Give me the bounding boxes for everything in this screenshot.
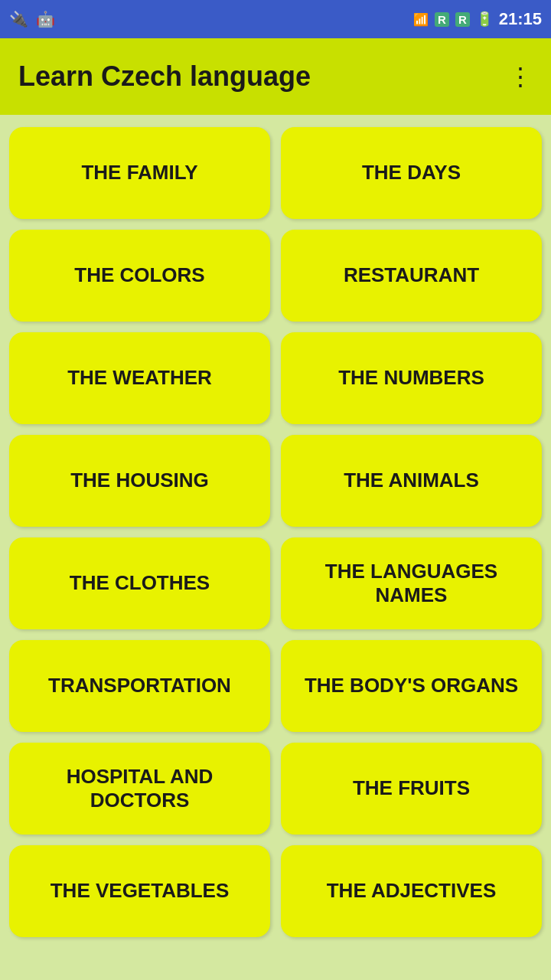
category-btn-1[interactable]: THE FAMILY xyxy=(9,127,270,219)
android-icon: 🤖 xyxy=(36,10,55,28)
category-btn-8[interactable]: THE ANIMALS xyxy=(281,435,542,527)
category-btn-9[interactable]: THE CLOTHES xyxy=(9,537,270,629)
battery-icon: 🔋 xyxy=(476,11,493,28)
category-btn-3[interactable]: THE COLORS xyxy=(9,230,270,322)
status-time: 21:15 xyxy=(499,9,542,29)
category-btn-13[interactable]: HOSPITAL AND DOCTORS xyxy=(9,743,270,835)
wifi-icon: 📶 xyxy=(413,12,429,27)
category-btn-6[interactable]: THE NUMBERS xyxy=(281,332,542,424)
category-btn-11[interactable]: TRANSPORTATION xyxy=(9,640,270,732)
usb-icon: 🔌 xyxy=(9,10,28,28)
app-title: Learn Czech language xyxy=(18,60,311,93)
app-header: Learn Czech language ⋮ xyxy=(0,38,551,115)
signal-r1-icon: R xyxy=(435,12,449,27)
status-left-icons: 🔌 🤖 xyxy=(9,10,55,28)
category-btn-16[interactable]: THE ADJECTIVES xyxy=(281,845,542,937)
category-btn-10[interactable]: THE LANGUAGES NAMES xyxy=(281,537,542,629)
categories-grid: THE FAMILYTHE DAYSTHE COLORSRESTAURANTTH… xyxy=(0,115,551,949)
category-btn-4[interactable]: RESTAURANT xyxy=(281,230,542,322)
signal-r2-icon: R xyxy=(455,12,470,27)
category-btn-7[interactable]: THE HOUSING xyxy=(9,435,270,527)
status-bar: 🔌 🤖 📶 R R 🔋 21:15 xyxy=(0,0,551,38)
category-btn-12[interactable]: THE BODY'S ORGANS xyxy=(281,640,542,732)
more-options-icon[interactable]: ⋮ xyxy=(508,62,533,91)
category-btn-15[interactable]: THE VEGETABLES xyxy=(9,845,270,937)
category-btn-2[interactable]: THE DAYS xyxy=(281,127,542,219)
category-btn-14[interactable]: THE FRUITS xyxy=(281,743,542,835)
category-btn-5[interactable]: THE WEATHER xyxy=(9,332,270,424)
status-right-icons: 📶 R R 🔋 21:15 xyxy=(413,9,542,29)
